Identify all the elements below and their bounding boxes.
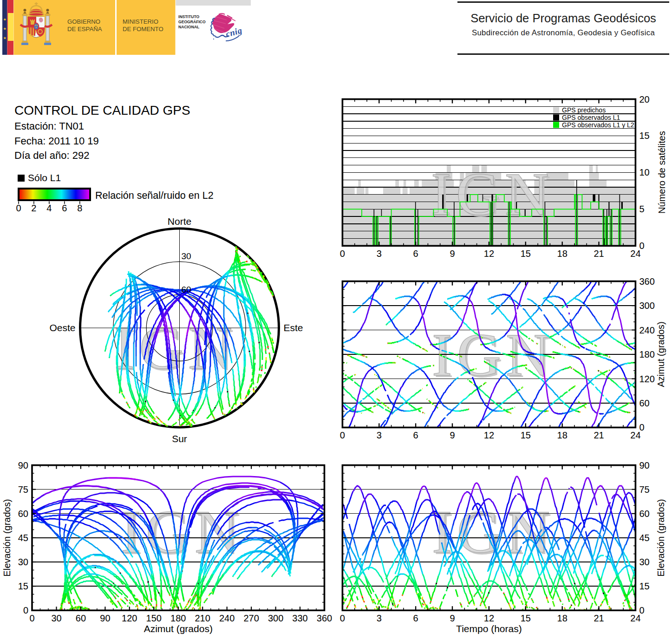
svg-text:Sur: Sur xyxy=(172,433,187,444)
svg-text:180: 180 xyxy=(170,613,186,623)
svg-text:270: 270 xyxy=(243,613,259,623)
svg-text:3: 3 xyxy=(377,248,382,259)
svg-text:Elevación (grados): Elevación (grados) xyxy=(656,499,666,577)
svg-text:9: 9 xyxy=(450,613,455,623)
svg-text:15: 15 xyxy=(521,613,531,623)
svg-text:0: 0 xyxy=(639,422,644,432)
svg-text:6: 6 xyxy=(62,203,67,213)
svg-text:15: 15 xyxy=(18,581,28,591)
svg-text:0: 0 xyxy=(340,613,345,623)
svg-text:90: 90 xyxy=(18,460,28,470)
svg-text:330: 330 xyxy=(292,613,307,623)
svg-text:240: 240 xyxy=(219,613,235,623)
svg-text:GEOGRÁFICO: GEOGRÁFICO xyxy=(178,20,206,24)
svg-text:Azimut (grados): Azimut (grados) xyxy=(144,623,213,634)
svg-text:15: 15 xyxy=(639,131,649,141)
svg-text:6: 6 xyxy=(413,613,418,623)
svg-text:360: 360 xyxy=(639,276,654,287)
svg-text:6: 6 xyxy=(413,248,418,259)
svg-text:10: 10 xyxy=(639,167,649,177)
svg-text:21: 21 xyxy=(594,248,604,259)
svg-text:45: 45 xyxy=(639,533,649,543)
svg-text:Relación señal/ruido en L2: Relación señal/ruido en L2 xyxy=(95,190,214,201)
svg-text:0: 0 xyxy=(16,203,21,213)
svg-text:18: 18 xyxy=(557,248,568,259)
svg-text:60: 60 xyxy=(18,509,28,519)
svg-text:45: 45 xyxy=(18,533,28,543)
svg-text:12: 12 xyxy=(484,248,494,259)
svg-text:150: 150 xyxy=(146,613,162,623)
svg-text:0: 0 xyxy=(639,241,644,251)
svg-text:12: 12 xyxy=(484,430,494,440)
svg-text:60: 60 xyxy=(182,285,191,294)
svg-text:300: 300 xyxy=(268,613,283,623)
svg-text:0: 0 xyxy=(340,430,345,440)
svg-text:0: 0 xyxy=(23,605,28,615)
svg-text:5: 5 xyxy=(639,204,644,214)
svg-text:4: 4 xyxy=(46,203,52,213)
svg-text:0: 0 xyxy=(639,605,644,615)
svg-text:30: 30 xyxy=(639,557,649,567)
svg-text:75: 75 xyxy=(639,484,649,495)
svg-text:12: 12 xyxy=(484,613,494,623)
svg-text:GPS observados L1 y L2: GPS observados L1 y L2 xyxy=(562,121,634,129)
svg-text:GPS predichos: GPS predichos xyxy=(562,106,606,114)
svg-text:DE FOMENTO: DE FOMENTO xyxy=(123,26,163,33)
svg-text:60: 60 xyxy=(639,398,649,408)
svg-text:360: 360 xyxy=(317,613,332,623)
svg-text:Número de satélites: Número de satélites xyxy=(657,131,667,214)
svg-text:3: 3 xyxy=(377,613,382,623)
svg-text:Sólo L1: Sólo L1 xyxy=(28,172,61,183)
svg-text:120: 120 xyxy=(122,613,137,623)
svg-text:6: 6 xyxy=(413,430,418,440)
svg-text:0: 0 xyxy=(340,248,345,259)
svg-text:DE ESPAÑA: DE ESPAÑA xyxy=(67,26,102,33)
svg-text:180: 180 xyxy=(639,349,654,359)
svg-text:30: 30 xyxy=(182,251,191,261)
svg-text:90: 90 xyxy=(639,460,649,470)
svg-text:20: 20 xyxy=(639,94,649,104)
svg-text:NACIONAL: NACIONAL xyxy=(178,25,199,29)
svg-text:30: 30 xyxy=(18,557,28,567)
svg-text:21: 21 xyxy=(594,613,604,623)
svg-text:9: 9 xyxy=(450,430,455,440)
svg-text:15: 15 xyxy=(639,581,649,591)
svg-text:Oeste: Oeste xyxy=(49,322,75,333)
svg-text:Norte: Norte xyxy=(168,216,191,227)
svg-text:90: 90 xyxy=(100,613,110,623)
svg-text:INSTITUTO: INSTITUTO xyxy=(178,14,200,19)
svg-text:18: 18 xyxy=(557,613,568,623)
svg-text:210: 210 xyxy=(195,613,210,623)
svg-text:75: 75 xyxy=(18,484,28,495)
svg-text:Tiempo (horas): Tiempo (horas) xyxy=(456,623,522,634)
svg-text:120: 120 xyxy=(639,374,654,384)
svg-text:0: 0 xyxy=(29,613,34,623)
svg-text:9: 9 xyxy=(450,248,455,259)
svg-text:GOBIERNO: GOBIERNO xyxy=(67,18,100,25)
svg-text:21: 21 xyxy=(594,430,604,440)
svg-text:300: 300 xyxy=(639,300,654,311)
svg-text:240: 240 xyxy=(639,325,654,335)
svg-text:18: 18 xyxy=(557,430,568,440)
svg-text:3: 3 xyxy=(377,430,382,440)
svg-text:Azimut (grados): Azimut (grados) xyxy=(656,321,666,387)
svg-text:15: 15 xyxy=(521,248,531,259)
svg-text:15: 15 xyxy=(521,430,531,440)
svg-text:Este: Este xyxy=(284,322,303,333)
svg-text:60: 60 xyxy=(639,509,649,519)
svg-text:GPS observados L1: GPS observados L1 xyxy=(562,114,620,121)
svg-text:60: 60 xyxy=(76,613,86,623)
svg-text:MINISTERIO: MINISTERIO xyxy=(123,18,158,25)
svg-text:Elevación (grados): Elevación (grados) xyxy=(2,499,12,577)
svg-text:8: 8 xyxy=(77,203,82,213)
svg-text:2: 2 xyxy=(31,203,36,213)
svg-text:30: 30 xyxy=(51,613,61,623)
